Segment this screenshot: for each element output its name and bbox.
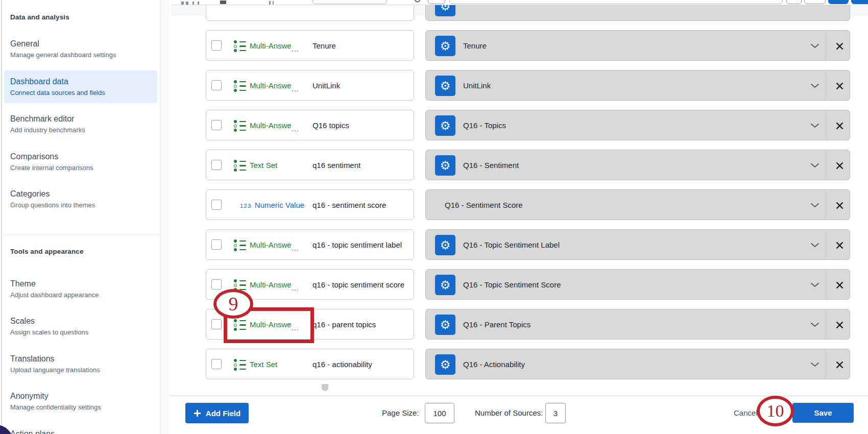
mapped-field-box[interactable]: ⚙Q16 - Parent Topics xyxy=(425,309,850,340)
mapped-field-box[interactable]: ⚙Q16 - Sentiment xyxy=(425,150,850,180)
list-icon-row xyxy=(234,168,247,172)
field-checkbox[interactable] xyxy=(211,359,222,369)
field-settings-gear-button[interactable]: ⚙ xyxy=(435,5,455,16)
mapped-field-box[interactable]: ⚙Q16 - Topic Sentiment Score xyxy=(425,269,850,300)
list-icon-dot xyxy=(234,85,237,88)
sidebar-item-categories[interactable]: CategoriesGroup questions into themes xyxy=(4,183,157,215)
cancel-button[interactable]: Cancel xyxy=(734,408,758,417)
sidebar-item-subtitle: Manage confidentiality settings xyxy=(10,403,157,412)
mapped-field-dropdown-button[interactable] xyxy=(806,150,824,181)
remove-field-button[interactable] xyxy=(828,309,851,340)
mapped-field-box[interactable]: Q16 - Sentiment Score xyxy=(425,189,850,220)
list-icon-dash xyxy=(239,240,246,242)
sidebar-item-scales[interactable]: ScalesAssign scales to questions xyxy=(4,310,157,343)
mapped-field-name: Q16 - Topics xyxy=(463,110,506,141)
list-icon-row xyxy=(234,49,247,53)
mapped-field-dropdown-button[interactable] xyxy=(806,110,824,141)
sidebar-item-translations[interactable]: TranslationsUpload languange translation… xyxy=(4,348,157,380)
list-icon-dash xyxy=(239,81,246,83)
sidebar-item-general[interactable]: GeneralManage general dashboard settings xyxy=(4,33,157,65)
sources-input[interactable] xyxy=(545,403,566,423)
list-icon-dash xyxy=(239,41,246,43)
sidebar-item-title: Categories xyxy=(10,189,157,199)
mapped-field-box[interactable]: ⚙ xyxy=(425,5,850,21)
chevron-down-icon xyxy=(810,282,819,287)
mapped-field-box[interactable]: ⚙Q16 - Actionability xyxy=(425,349,850,379)
toolbar-icon[interactable] xyxy=(220,1,226,4)
mapped-field-box[interactable]: ⚙UnitLink xyxy=(425,70,850,101)
list-icon-dot xyxy=(234,248,237,251)
toolbar-button[interactable] xyxy=(804,0,826,4)
field-checkbox[interactable] xyxy=(211,160,222,170)
sidebar-item-subtitle: Manage general dashboard settings xyxy=(10,51,157,59)
page-size-input[interactable] xyxy=(425,403,454,423)
mapped-field-dropdown-button[interactable] xyxy=(806,31,824,61)
sidebar-item-dashboard-data[interactable]: Dashboard dataConnect data sources and f… xyxy=(4,70,157,103)
field-checkbox[interactable] xyxy=(211,80,222,90)
remove-field-button[interactable] xyxy=(828,349,851,380)
sidebar-item-comparisons[interactable]: ComparisonsCreate internal comparisons xyxy=(4,146,157,178)
mapped-field-dropdown-button[interactable] xyxy=(806,349,824,380)
clipped-top-toolbar: ⚙ xyxy=(171,0,868,5)
remove-field-button[interactable] xyxy=(828,230,851,260)
list-icon-row xyxy=(234,367,247,371)
remove-field-button[interactable] xyxy=(828,150,851,181)
list-field-icon xyxy=(234,40,247,52)
toolbar-primary-button[interactable] xyxy=(851,0,868,4)
field-checkbox[interactable] xyxy=(211,279,222,290)
field-settings-gear-button[interactable]: ⚙ xyxy=(435,315,455,335)
sidebar-item-benchmark-editor[interactable]: Benchmark editorAdd industry benchmarks xyxy=(4,108,157,140)
field-checkbox[interactable] xyxy=(211,239,222,250)
list-icon-dot xyxy=(234,80,237,83)
toolbar-button[interactable] xyxy=(786,0,802,4)
toolbar-primary-button[interactable] xyxy=(828,0,849,4)
save-button[interactable]: Save xyxy=(792,403,854,423)
field-row: Multi-Answe...q16 - topic sentiment labe… xyxy=(171,229,868,260)
remove-field-button[interactable] xyxy=(828,110,851,141)
field-checkbox[interactable] xyxy=(211,200,222,210)
chevron-down-icon xyxy=(810,163,819,168)
add-field-button[interactable]: Add Field xyxy=(185,403,249,423)
mapped-field-box[interactable]: ⚙Tenure xyxy=(425,30,850,61)
list-icon-row xyxy=(234,248,247,252)
remove-field-button[interactable] xyxy=(828,270,851,300)
field-checkbox[interactable] xyxy=(211,319,222,329)
mapped-field-box[interactable]: ⚙Q16 - Topic Sentiment Label xyxy=(425,229,850,260)
sidebar-item-theme[interactable]: ThemeAdjust dashboard appearance xyxy=(4,273,157,305)
truncation-ellipsis: ... xyxy=(292,34,300,64)
field-settings-gear-button[interactable]: ⚙ xyxy=(435,155,455,176)
chevron-down-icon xyxy=(810,243,819,248)
sidebar-scrollbar-track[interactable] xyxy=(160,0,169,434)
toolbar-gear-icon[interactable]: ⚙ xyxy=(414,0,421,5)
remove-field-button[interactable] xyxy=(828,31,851,61)
mapped-field-dropdown-button[interactable] xyxy=(806,309,824,340)
sidebar-item-title: General xyxy=(10,39,157,49)
annotation-step9-circle: 9 xyxy=(213,289,253,319)
mapped-field-box[interactable]: ⚙Q16 - Topics xyxy=(425,110,850,140)
mapped-field-dropdown-button[interactable] xyxy=(806,190,824,221)
mapped-field-dropdown-button[interactable] xyxy=(806,230,824,260)
list-icon-dash xyxy=(239,364,246,366)
remove-field-button[interactable] xyxy=(828,70,851,101)
toolbar-search-input[interactable] xyxy=(449,0,783,4)
toolbar-button[interactable] xyxy=(428,0,445,4)
mapped-field-name: Q16 - Parent Topics xyxy=(463,309,531,340)
field-settings-gear-button[interactable]: ⚙ xyxy=(435,115,455,136)
field-settings-gear-button[interactable]: ⚙ xyxy=(435,76,455,96)
sidebar-item-action-plans[interactable]: Action plans xyxy=(4,423,157,434)
field-checkbox[interactable] xyxy=(211,120,222,130)
toolbar-input[interactable] xyxy=(312,0,387,4)
remove-field-button[interactable] xyxy=(828,190,851,221)
field-settings-gear-button[interactable]: ⚙ xyxy=(435,275,455,295)
mapped-field-dropdown-button[interactable] xyxy=(806,70,824,101)
list-icon-dash xyxy=(239,245,246,246)
list-icon-row xyxy=(234,358,247,363)
dashboard-settings-screen: Data and analysisGeneralManage general d… xyxy=(0,0,868,434)
mapped-field-dropdown-button[interactable] xyxy=(806,270,824,300)
field-settings-gear-button[interactable]: ⚙ xyxy=(435,36,455,56)
list-icon-dash xyxy=(239,170,246,171)
field-checkbox[interactable] xyxy=(211,40,222,51)
field-settings-gear-button[interactable]: ⚙ xyxy=(435,354,455,375)
field-settings-gear-button[interactable]: ⚙ xyxy=(435,235,455,255)
sidebar-item-anonymity[interactable]: AnonymityManage confidentiality settings xyxy=(4,385,157,418)
